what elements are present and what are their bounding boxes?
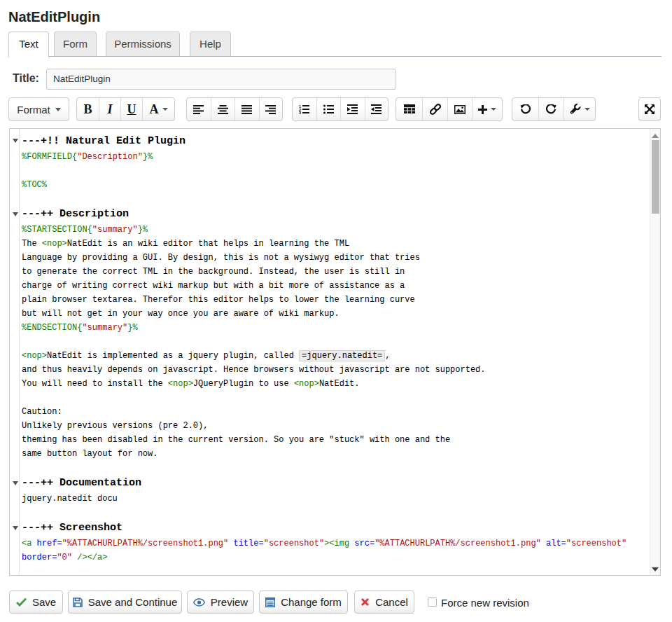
svg-text:3: 3 [299, 111, 301, 114]
